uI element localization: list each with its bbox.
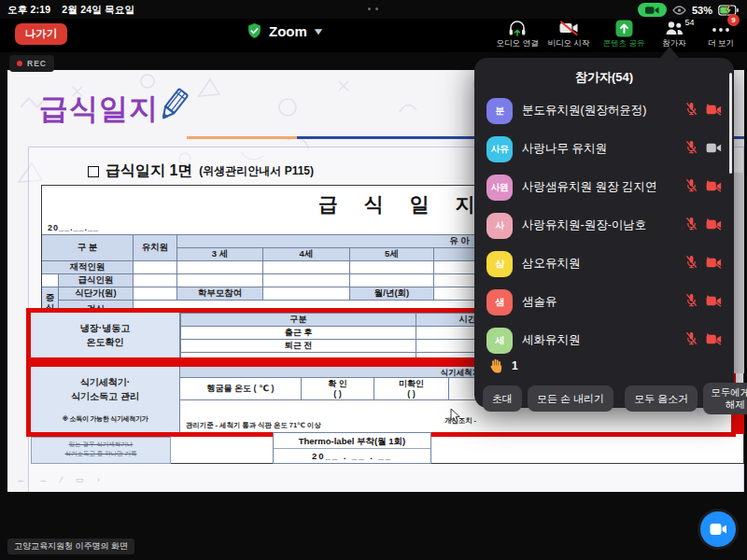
- mic-muted-icon: [685, 331, 698, 349]
- checkbox-glyph: [88, 166, 99, 177]
- raised-hand-icon: [489, 358, 504, 373]
- participants-panel: 참가자(54) 분 분도유치원(원장허윤정) 사유 사랑나무 유치원 사원 사랑…: [474, 58, 734, 408]
- camera-icon: [710, 523, 727, 536]
- video-off-icon: [558, 19, 579, 37]
- status-bar: 오후 2:19 2월 24일 목요일 53%: [0, 0, 747, 19]
- participant-row[interactable]: 사 사랑유치원-원장-이남호: [474, 206, 734, 245]
- section-heading-note: (위생관리안내서 P115): [199, 163, 314, 179]
- participant-row[interactable]: 분 분도유치원(원장허윤정): [474, 91, 734, 130]
- page-edge-strip: [734, 173, 744, 373]
- chevron-down-icon: ▼: [312, 26, 325, 36]
- participants-list: 분 분도유치원(원장허윤정) 사유 사랑나무 유치원 사원 사랑샘유치원 원장 …: [474, 91, 734, 359]
- participant-name: 샘솔유: [522, 294, 685, 310]
- participant-name: 삼오유치원: [522, 256, 685, 272]
- participant-avatar: 샘: [486, 289, 513, 315]
- lower-all-hands-button[interactable]: 모든 손 내리기: [528, 385, 613, 412]
- battery-percent: 53%: [692, 5, 712, 16]
- record-dot-icon: [17, 61, 22, 66]
- mic-muted-icon: [685, 178, 698, 196]
- participant-name: 사랑나무 유치원: [522, 141, 685, 157]
- mic-muted-icon: [685, 217, 698, 234]
- battery-icon: [718, 5, 740, 16]
- section-heading: 급식일지 1면 (위생관리안내서 P115): [88, 161, 314, 181]
- dishwasher-label-cell: 식기세척기· 식기소독고 관리 ※ 소독이 가능한 식기세척기가: [31, 367, 180, 432]
- mouse-cursor: [450, 409, 460, 424]
- document-title: 급 식 일 지: [318, 191, 486, 217]
- participant-row[interactable]: 샘 샘솔유: [474, 283, 734, 321]
- viewer-toolbar[interactable]: ← → ∕ ▭ ›: [17, 475, 106, 484]
- share-screen-icon: [615, 19, 633, 37]
- raised-hands-row: 1: [489, 358, 518, 373]
- participant-name: 세화유치원: [522, 332, 685, 348]
- toolbar-item-audio[interactable]: 오디오 연결: [490, 19, 544, 52]
- participant-avatar: 사유: [486, 136, 513, 162]
- invite-button[interactable]: 초대: [483, 385, 522, 412]
- app-name: Zoom: [269, 23, 307, 39]
- participant-avatar: 사: [486, 213, 513, 239]
- mic-muted-icon: [685, 293, 698, 311]
- screen-share-source-label: 고양교육지원청 이주명의 화면: [7, 539, 134, 554]
- more-dots-icon: 9: [711, 19, 731, 37]
- annotation-edge-strip: [734, 413, 744, 434]
- participant-row[interactable]: 사원 사랑샘유치원 원장 김지연: [474, 168, 734, 206]
- video-off-icon: [706, 179, 722, 196]
- participants-panel-title: 참가자(54): [474, 69, 734, 86]
- panel-scrollbar[interactable]: [729, 73, 732, 174]
- video-off-icon: [706, 332, 722, 349]
- recording-indicator: REC: [9, 55, 54, 72]
- participant-row[interactable]: 세 세화유치원: [474, 321, 734, 359]
- participant-name: 사랑유치원-원장-이남호: [522, 217, 685, 233]
- eye-icon: [672, 6, 686, 15]
- toolbar-item-share-content[interactable]: 콘텐츠 공유: [597, 19, 651, 52]
- participant-row[interactable]: 삼 삼오유치원: [474, 245, 734, 283]
- headphones-icon: [508, 19, 527, 37]
- document-date-blank: 20__.__.__: [48, 223, 99, 232]
- video-off-icon: [706, 217, 722, 234]
- more-notification-badge: 9: [727, 14, 740, 26]
- dishwasher-note: ※ 소독이 가능한 식기세척기가: [31, 414, 179, 424]
- participant-avatar: 분: [486, 98, 513, 124]
- participants-count-badge: 54: [684, 18, 694, 27]
- multitask-dots-icon: [368, 7, 378, 10]
- participant-avatar: 삼: [486, 251, 513, 277]
- title-underline-orange: [187, 136, 297, 139]
- fridge-label-cell: 냉장·냉동고 온도확인: [31, 313, 180, 357]
- ipad-screen: 오후 2:19 2월 24일 목요일 53%: [0, 0, 747, 560]
- mute-all-button[interactable]: 모두 음소거: [625, 385, 698, 412]
- meeting-toolbar: 나가기 Zoom ▼ 오디오 연결: [0, 19, 747, 52]
- toolbar-item-more[interactable]: 9 더 보기: [694, 19, 747, 52]
- clock: 오후 2:19: [7, 4, 50, 17]
- video-off-icon: [706, 103, 722, 119]
- mic-muted-icon: [685, 255, 698, 273]
- video-on-icon: [706, 141, 722, 158]
- toolbar-item-start-video[interactable]: 비디오 시작: [542, 19, 596, 52]
- video-off-icon: [706, 256, 722, 273]
- mic-muted-icon: [685, 140, 698, 158]
- participant-name: 사랑샘유치원 원장 김지연: [522, 179, 685, 195]
- meeting-info-dropdown[interactable]: Zoom ▼: [247, 22, 323, 40]
- participant-name: 분도유치원(원장허윤정): [522, 103, 685, 119]
- ask-unmute-button[interactable]: 모두에게 음소거 해제 요청: [703, 383, 747, 414]
- start-video-fab[interactable]: [700, 511, 736, 547]
- participant-avatar: 세: [486, 328, 513, 354]
- leave-button[interactable]: 나가기: [15, 23, 67, 45]
- raised-hands-count: 1: [512, 359, 518, 372]
- participant-row[interactable]: 사유 사랑나무 유치원: [474, 130, 734, 168]
- slide-title: 급식일지: [39, 90, 159, 129]
- date: 2월 24일 목요일: [62, 4, 134, 17]
- video-off-icon: [706, 294, 722, 311]
- pencil-doodle-icon: [149, 84, 192, 133]
- popover-notch: [659, 47, 680, 59]
- encryption-shield-icon: [247, 22, 262, 40]
- participant-avatar: 사원: [486, 175, 513, 201]
- camera-in-use-indicator: [638, 3, 667, 17]
- participants-icon: 54: [665, 19, 684, 37]
- mic-muted-icon: [685, 102, 698, 119]
- dishwasher-note-continued: 있는 경우 식기세척기나 식기소독고 중 하나만 기록: [31, 437, 171, 464]
- panel-buttons: 초대 모든 손 내리기 모두 음소거 모두에게 음소거 해제 요청: [483, 383, 726, 414]
- camera-icon: [644, 6, 660, 15]
- thermo-label-cell: Thermo-label 부착(월 1회) 20__ . __ . __: [273, 432, 431, 464]
